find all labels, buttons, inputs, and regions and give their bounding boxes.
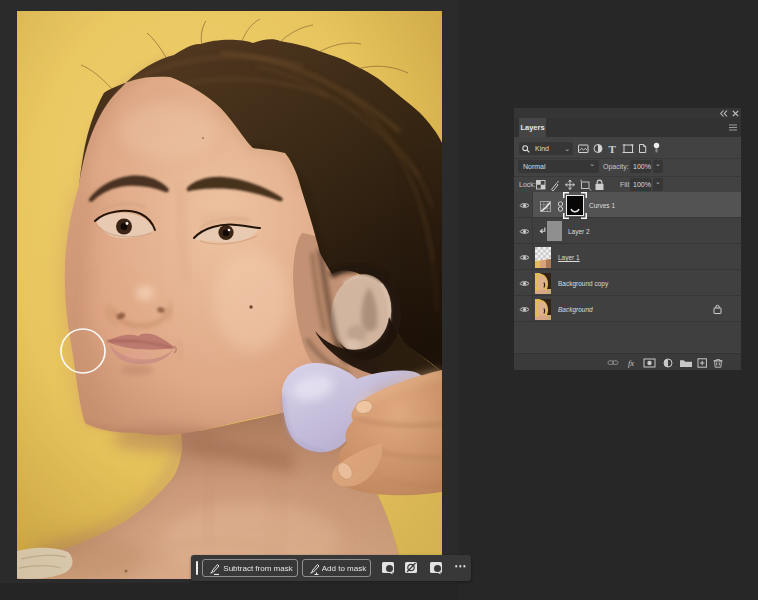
svg-text:fx: fx bbox=[628, 358, 634, 368]
svg-text:T: T bbox=[609, 143, 617, 155]
